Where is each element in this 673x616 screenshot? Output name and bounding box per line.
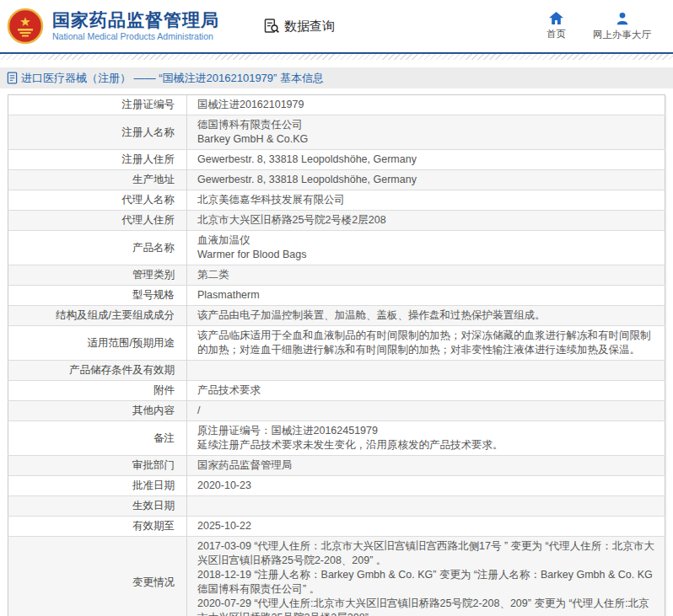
table-row: 批准日期 2020-10-23 [8, 476, 665, 496]
row-label: 产品储存条件及有效期 [8, 361, 187, 381]
row-value-line: 国械注进20162101979 [197, 98, 656, 112]
row-value-line: 血液加温仪 [197, 233, 656, 248]
breadcrumb: 进口医疗器械（注册） —— “国械注进20162101979” 基本信息 [0, 67, 673, 88]
table-row: 注册人名称 德国博科有限责任公司Barkey GmbH & Co.KG [8, 115, 665, 150]
row-label: 管理类别 [8, 265, 187, 286]
top-nav: 首页 网上办事大厅 [546, 12, 651, 41]
row-value-line: 德国博科有限责任公司 [197, 118, 656, 132]
breadcrumb-text: 进口医疗器械（注册） —— “国械注进20162101979” 基本信息 [21, 71, 324, 86]
row-value: 产品技术要求 [187, 381, 665, 401]
row-value: Plasmatherm [187, 286, 665, 306]
row-value-line: Warmer for Blood Bags [197, 248, 656, 262]
row-value: 第二类 [187, 265, 665, 286]
table-row: 结构及组成/主要组成成分 该产品由电子加温控制装置、加温舱、盖板、操作盘和过热保… [8, 306, 665, 326]
nav-item-service-hall[interactable]: 网上办事大厅 [593, 12, 651, 41]
data-query-tab[interactable]: 数据查询 [263, 18, 335, 35]
row-label: 代理人住所 [8, 211, 187, 231]
row-value-line: 延续注册产品技术要求未发生变化，沿用原核发的产品技术要求。 [197, 438, 656, 453]
row-label-text: 注册人住所 [122, 153, 175, 165]
row-label-text: 变更情况 [132, 576, 175, 588]
row-label-text: 注册证编号 [122, 99, 175, 110]
table-row: 生效日期 [8, 496, 665, 517]
row-value: 2017-03-09 “代理人住所：北京市大兴区旧宫镇旧宫西路北侧17号 ” 变… [187, 537, 665, 616]
table-row: 其他内容 / [8, 401, 665, 421]
row-value-line: 2020-10-23 [197, 479, 656, 493]
table-row: 注册人住所 Gewerbestr. 8, 33818 Leopoldshöhe,… [8, 150, 665, 170]
row-value-line: 北京美德嘉华科技发展有限公司 [197, 193, 656, 207]
row-value: 2025-10-22 [187, 517, 665, 537]
row-value: 德国博科有限责任公司Barkey GmbH & Co.KG [187, 115, 665, 150]
row-value [187, 496, 665, 517]
row-value: Gewerbestr. 8, 33818 Leopoldshöhe, Germa… [187, 150, 665, 170]
row-value-line: Gewerbestr. 8, 33818 Leopoldshöhe, Germa… [197, 153, 656, 167]
row-label: 结构及组成/主要组成成分 [8, 306, 187, 326]
row-label: 其他内容 [8, 401, 187, 421]
hatch-strip [0, 54, 673, 60]
row-value-line: 2017-03-09 “代理人住所：北京市大兴区旧宫镇旧宫西路北侧17号 ” 变… [197, 539, 656, 568]
row-value-line: / [197, 404, 656, 418]
row-value-line: 国家药品监督管理局 [197, 458, 656, 473]
table-row: 审批部门 国家药品监督管理局 [8, 456, 665, 476]
table-row: 注册证编号 国械注进20162101979 [8, 95, 665, 115]
row-label: 生产地址 [8, 170, 187, 190]
row-value-line: Gewerbestr. 8, 33818 Leopoldshöhe, Germa… [197, 173, 656, 187]
registration-info-table-wrap: 注册证编号 国械注进20162101979 注册人名称 德国博科有限责任公司Ba… [8, 94, 665, 616]
person-icon [616, 12, 629, 25]
table-row: 生产地址 Gewerbestr. 8, 33818 Leopoldshöhe, … [8, 170, 665, 190]
row-value-line: 第二类 [197, 268, 656, 282]
row-value: 国械注进20162101979 [187, 95, 665, 115]
row-label-text: 审批部门 [132, 459, 175, 471]
row-label-text: 注册人名称 [122, 126, 175, 138]
table-row: 适用范围/预期用途 该产品临床适用于全血和血液制品的有时间限制的加热；对深冻储藏… [8, 326, 665, 361]
row-label: 注册人住所 [8, 150, 187, 170]
nav-item-label: 网上办事大厅 [593, 29, 651, 41]
table-row: 附件 产品技术要求 [8, 381, 665, 401]
table-row: 备注 原注册证编号：国械注进20162451979延续注册产品技术要求未发生变化… [8, 421, 665, 456]
row-label: 生效日期 [8, 496, 187, 517]
title-block: 国家药品监督管理局 National Medical Products Admi… [52, 10, 219, 42]
row-label-text: 批准日期 [132, 479, 175, 491]
row-value-line: 2020-07-29 “代理人住所:北京市大兴区旧宫镇旧桥路25号院2-208、… [197, 597, 656, 616]
logo-group: ★ 国家药品监督管理局 National Medical Products Ad… [7, 8, 219, 45]
row-label-text: 生效日期 [132, 500, 175, 512]
row-value-line: Plasmatherm [197, 288, 656, 303]
row-value-line: 该产品临床适用于全血和血液制品的有时间限制的加热；对深冻储藏的血浆进行解冻和有时… [197, 329, 656, 357]
document-icon [7, 72, 18, 84]
svg-text:★: ★ [19, 14, 30, 29]
row-value: 该产品由电子加温控制装置、加温舱、盖板、操作盘和过热保护装置组成。 [187, 306, 665, 326]
row-label: 备注 [8, 421, 187, 456]
row-value: 原注册证编号：国械注进20162451979延续注册产品技术要求未发生变化，沿用… [187, 421, 665, 456]
row-label-text: 代理人名称 [122, 194, 175, 206]
table-row: 型号规格 Plasmatherm [8, 286, 665, 306]
national-emblem-logo: ★ [7, 8, 44, 45]
row-label: 有效期至 [8, 517, 187, 537]
row-label-text: 附件 [153, 384, 175, 396]
row-label-text: 管理类别 [132, 269, 175, 281]
row-label-text: 适用范围/预期用途 [88, 337, 175, 349]
table-row: 变更情况 2017-03-09 “代理人住所：北京市大兴区旧宫镇旧宫西路北侧17… [8, 537, 665, 616]
row-value: 2020-10-23 [187, 476, 665, 496]
table-row: 代理人住所 北京市大兴区旧桥路25号院2号楼2层208 [8, 211, 665, 231]
row-value: 该产品临床适用于全血和血液制品的有时间限制的加热；对深冻储藏的血浆进行解冻和有时… [187, 326, 665, 361]
row-label: 型号规格 [8, 286, 187, 306]
row-value-line: 该产品由电子加温控制装置、加温舱、盖板、操作盘和过热保护装置组成。 [197, 308, 656, 323]
row-value: / [187, 401, 665, 421]
table-row: 管理类别 第二类 [8, 265, 665, 286]
table-row: 有效期至 2025-10-22 [8, 517, 665, 537]
table-row: 产品名称 血液加温仪Warmer for Blood Bags [8, 231, 665, 265]
data-query-label: 数据查询 [284, 19, 335, 35]
header: ★ 国家药品监督管理局 National Medical Products Ad… [0, 0, 673, 52]
row-label: 代理人名称 [8, 190, 187, 211]
row-label: 注册人名称 [8, 115, 187, 150]
row-value-line: Barkey GmbH & Co.KG [197, 132, 656, 147]
row-value: Gewerbestr. 8, 33818 Leopoldshöhe, Germa… [187, 170, 665, 190]
row-label-text: 有效期至 [132, 520, 175, 532]
row-label: 附件 [8, 381, 187, 401]
row-label: 注册证编号 [8, 95, 187, 115]
table-row: 产品储存条件及有效期 [8, 361, 665, 381]
registration-info-table: 注册证编号 国械注进20162101979 注册人名称 德国博科有限责任公司Ba… [8, 94, 665, 616]
row-value: 血液加温仪Warmer for Blood Bags [187, 231, 665, 265]
row-label: 审批部门 [8, 456, 187, 476]
nav-item-home[interactable]: 首页 [546, 12, 566, 41]
info-table-body: 注册证编号 国械注进20162101979 注册人名称 德国博科有限责任公司Ba… [8, 95, 665, 616]
